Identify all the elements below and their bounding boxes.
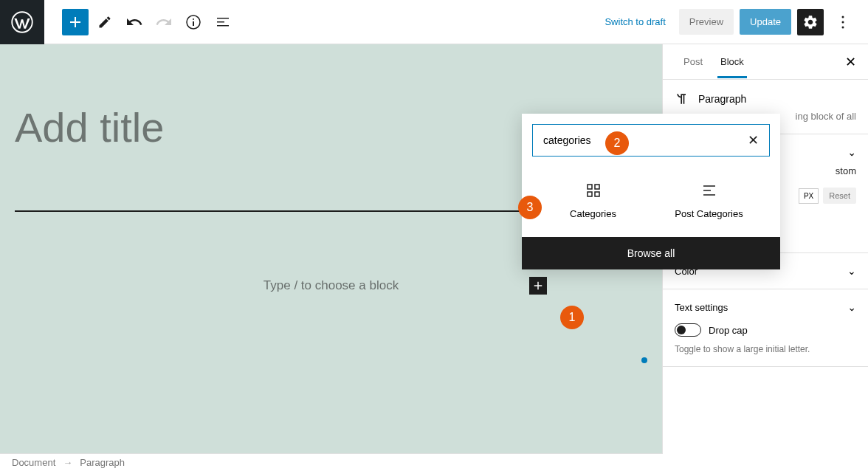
annotation-marker-3: 3 [518, 196, 542, 219]
update-button[interactable]: Update [740, 9, 791, 35]
tools-button[interactable] [92, 9, 118, 35]
outline-button[interactable] [210, 9, 236, 35]
drop-cap-help: Toggle to show a large initial letter. [675, 344, 856, 354]
font-size-reset-button[interactable]: Reset [823, 188, 856, 204]
tab-post[interactable]: Post [675, 46, 712, 78]
chevron-up-icon: ⌃ [847, 146, 856, 158]
block-inserter-popover: ✕ Categories Post Categories Browse all [522, 114, 780, 269]
size-custom-label: stom [836, 165, 856, 176]
toggle-inserter-button[interactable] [62, 9, 89, 35]
breadcrumb-leaf[interactable]: Paragraph [80, 457, 125, 468]
breadcrumb-separator: → [63, 457, 72, 468]
inserter-result-categories[interactable]: Categories [544, 182, 642, 219]
drop-cap-toggle[interactable] [675, 323, 701, 337]
redo-button[interactable] [151, 9, 177, 35]
breadcrumb-root[interactable]: Document [12, 457, 55, 468]
svg-point-4 [842, 21, 844, 23]
post-categories-icon [700, 182, 718, 199]
details-button[interactable] [180, 9, 207, 35]
text-settings-panel-toggle[interactable]: Text settings ⌃ [675, 301, 856, 313]
editor-toolbar: Switch to draft Preview Update [0, 0, 868, 44]
annotation-marker-2: 2 [605, 131, 629, 155]
close-sidebar-button[interactable]: ✕ [845, 54, 856, 70]
svg-point-2 [193, 18, 194, 20]
svg-point-5 [842, 26, 844, 28]
inserter-result-post-categories[interactable]: Post Categories [660, 182, 758, 219]
inserter-result-label: Categories [570, 208, 616, 219]
inserter-search-box[interactable]: ✕ [532, 124, 770, 157]
annotation-marker-1: 1 [560, 306, 584, 329]
block-prompt-text: Type / to choose a block [264, 278, 399, 292]
clear-search-button[interactable]: ✕ [748, 132, 759, 148]
undo-button[interactable] [121, 9, 148, 35]
text-settings-title: Text settings [675, 302, 728, 313]
settings-button[interactable] [797, 9, 824, 35]
options-button[interactable] [830, 9, 856, 35]
grid-icon [585, 182, 602, 199]
svg-rect-7 [595, 185, 599, 189]
browse-all-button[interactable]: Browse all [522, 237, 780, 269]
block-breadcrumb: Document → Paragraph [0, 453, 662, 471]
tab-block[interactable]: Block [712, 46, 753, 78]
block-name: Paragraph [698, 93, 746, 105]
font-size-unit[interactable]: PX [799, 188, 819, 204]
inserter-search-input[interactable] [543, 134, 748, 146]
empty-paragraph-block[interactable]: Type / to choose a block [15, 278, 647, 293]
wordpress-logo[interactable] [0, 0, 44, 44]
inline-add-block-button[interactable] [529, 277, 547, 295]
svg-rect-8 [588, 192, 592, 196]
svg-rect-6 [588, 185, 592, 189]
paragraph-icon [675, 92, 689, 106]
switch-to-draft-button[interactable]: Switch to draft [597, 12, 672, 32]
preview-button[interactable]: Preview [679, 9, 734, 35]
chevron-down-icon: ⌄ [847, 265, 856, 277]
svg-rect-9 [595, 192, 599, 196]
drop-cap-label: Drop cap [709, 325, 748, 336]
resize-handle[interactable] [641, 357, 647, 363]
chevron-up-icon: ⌃ [847, 301, 856, 313]
svg-point-3 [842, 16, 844, 18]
inserter-result-label: Post Categories [675, 208, 743, 219]
